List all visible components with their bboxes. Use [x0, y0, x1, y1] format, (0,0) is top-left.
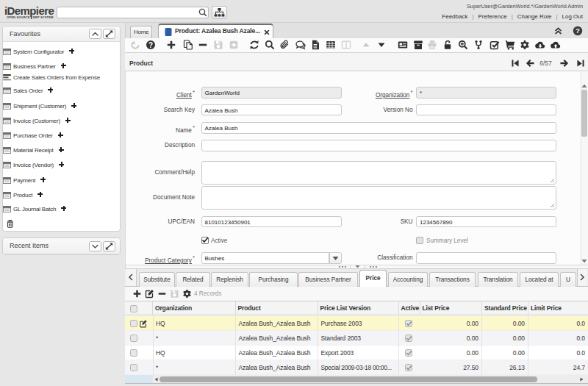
svg-text:?: ? [148, 41, 153, 49]
svg-text:?: ? [576, 26, 580, 35]
